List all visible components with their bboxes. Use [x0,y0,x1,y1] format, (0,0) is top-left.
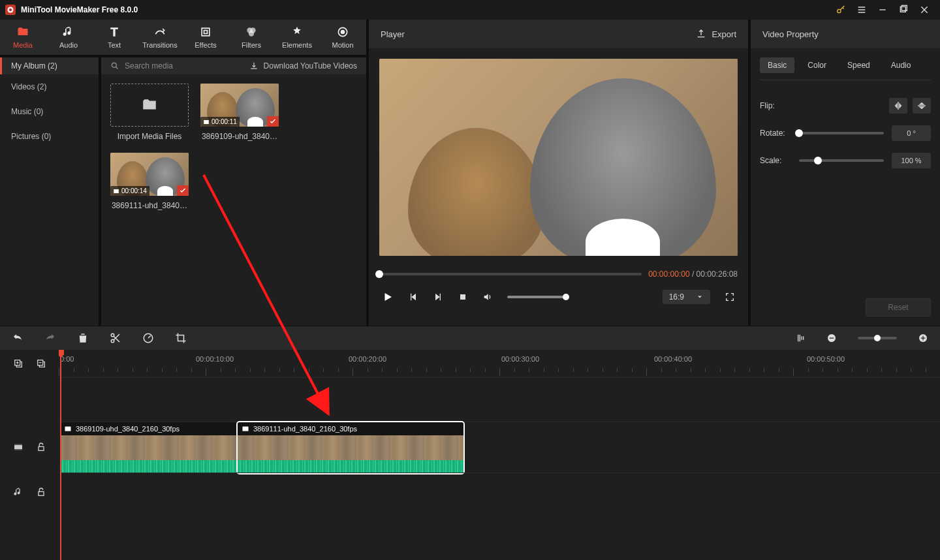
stop-button[interactable] [458,292,468,302]
timeline-ruler[interactable]: 0:00 00:00:10:00 00:00:20:00 00:00:30:00… [59,350,940,377]
minimize-button[interactable] [872,0,893,20]
svg-rect-33 [14,444,22,444]
zoom-slider[interactable] [858,337,897,339]
svg-point-12 [112,63,116,67]
svg-rect-38 [243,427,249,431]
audio-lock-icon[interactable] [36,487,46,497]
svg-rect-20 [898,102,898,110]
crop-button[interactable] [175,332,187,344]
play-button[interactable] [382,291,394,303]
tab-filters[interactable]: Filters [228,20,274,55]
main-tabstrip: Media Audio Text Transitions Effects Fil… [0,20,366,57]
tab-elements[interactable]: Elements [274,20,320,55]
rotate-slider[interactable] [799,132,884,134]
import-media-button[interactable]: Import Media Files [110,84,189,141]
fullscreen-button[interactable] [725,292,735,302]
timecode: 00:00:00:00 / 00:00:26:08 [648,270,738,279]
split-button[interactable] [110,332,121,344]
tab-motion[interactable]: Motion [320,20,366,55]
speed-button[interactable] [142,332,154,344]
video-track[interactable]: 3869109-uhd_3840_2160_30fps 3869111-uhd_… [59,422,940,473]
reset-button[interactable]: Reset [866,298,931,317]
flip-vertical-button[interactable] [913,98,931,114]
add-track-button[interactable] [13,358,24,369]
volume-icon[interactable] [482,292,493,302]
video-lock-icon[interactable] [36,442,46,452]
svg-rect-13 [204,120,209,124]
clip-name: 3869109-uhd_3840… [200,132,279,141]
svg-rect-35 [39,446,44,450]
svg-rect-21 [918,105,926,106]
auto-fit-button[interactable] [795,333,806,343]
album-header[interactable]: My Album (2) [0,57,99,74]
maximize-button[interactable] [893,0,914,20]
tab-text[interactable]: Text [91,20,137,55]
rotate-value[interactable]: 0 ° [892,125,931,141]
player-title: Player [381,29,405,39]
sidebar-item-pictures[interactable]: Pictures (0) [0,124,99,149]
timeline-toolbar [0,326,940,350]
download-icon [249,61,258,70]
flip-horizontal-button[interactable] [889,98,907,114]
playhead[interactable] [60,350,61,560]
tab-media[interactable]: Media [0,20,46,55]
key-icon[interactable] [830,0,851,20]
tab-audio[interactable]: Audio [46,20,91,55]
remove-track-button[interactable] [36,358,46,369]
titlebar: MiniTool MovieMaker Free 8.0.0 [0,0,940,20]
svg-rect-34 [14,449,22,450]
close-button[interactable] [914,0,935,20]
export-button[interactable]: Export [696,29,736,39]
svg-rect-36 [39,491,44,495]
audio-track[interactable] [59,473,940,512]
video-preview[interactable] [379,59,738,256]
svg-point-9 [249,31,254,36]
aspect-ratio-select[interactable]: 16:9 [663,290,710,304]
svg-rect-5 [202,28,210,36]
search-input[interactable]: Search media [125,61,173,70]
redo-button[interactable] [44,332,56,344]
prev-frame-button[interactable] [408,292,418,302]
flip-label: Flip: [760,101,799,110]
library-clip[interactable]: 00:00:14 3869111-uhd_3840… [110,153,189,210]
undo-button[interactable] [12,332,24,344]
download-youtube-button[interactable]: Download YouTube Videos [264,61,357,70]
svg-rect-19 [460,294,465,300]
prop-tab-speed[interactable]: Speed [839,57,878,73]
zoom-in-button[interactable] [918,333,928,343]
zoom-out-button[interactable] [826,333,837,343]
svg-rect-6 [204,31,208,34]
scale-label: Scale: [760,156,799,165]
library-clip[interactable]: 00:00:11 3869109-uhd_3840… [200,84,279,141]
scale-value[interactable]: 100 % [892,153,931,168]
volume-slider[interactable] [507,296,566,298]
clip-name: 3869111-uhd_3840… [110,201,189,210]
clip-used-icon [177,185,189,196]
prop-tab-color[interactable]: Color [800,57,834,73]
tab-transitions[interactable]: Transitions [137,20,183,55]
scale-slider[interactable] [799,159,884,162]
sidebar-item-videos[interactable]: Videos (2) [0,74,99,99]
svg-rect-3 [900,7,905,12]
video-track-icon [13,442,24,452]
svg-rect-17 [114,189,119,190]
svg-rect-26 [830,337,834,338]
clip-used-icon [267,116,279,127]
svg-rect-15 [204,123,209,124]
menu-icon[interactable] [851,0,872,20]
timeline-clip[interactable]: 3869111-uhd_3840_2160_30fps [238,422,463,473]
timeline-clip[interactable]: 3869109-uhd_3840_2160_30fps [60,422,236,473]
search-icon [110,61,119,70]
svg-rect-37 [65,427,71,431]
sidebar-item-music[interactable]: Music (0) [0,99,99,124]
tab-effects[interactable]: Effects [183,20,228,55]
next-frame-button[interactable] [433,292,443,302]
svg-rect-14 [204,120,209,121]
prop-tab-audio[interactable]: Audio [883,57,919,73]
delete-button[interactable] [77,332,89,344]
app-logo [5,5,16,15]
svg-rect-29 [922,336,923,341]
app-title: MiniTool MovieMaker Free 8.0.0 [21,5,830,14]
playback-scrubber[interactable] [379,273,642,275]
prop-tab-basic[interactable]: Basic [760,57,794,73]
